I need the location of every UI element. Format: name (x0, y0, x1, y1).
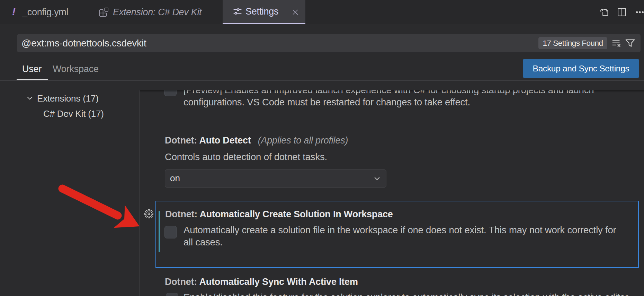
tab-workspace[interactable]: Workspace (53, 64, 99, 75)
editor-tab-bar: ! _config.yml Extension: C# Dev Kit Sett… (0, 0, 644, 24)
settings-header: @ext:ms-dotnettools.csdevkit 17 Settings… (0, 24, 644, 81)
toc-item-extensions[interactable]: Extensions (17) (0, 92, 139, 107)
setting-title-auto-sync: Dotnet: Automatically Sync With Active I… (165, 276, 358, 288)
settings-toc: Extensions (17) C# Dev Kit (17) (0, 81, 139, 296)
setting-name: Auto Detect (199, 135, 251, 146)
setting-title-auto-create-solution: Dotnet: Automatically Create Solution In… (165, 208, 393, 220)
setting-name: Automatically Create Solution In Workspa… (199, 209, 393, 219)
editor-actions (600, 0, 644, 24)
settings-found-badge: 17 Settings Found (538, 37, 607, 49)
auto-detect-select[interactable]: on (165, 169, 386, 188)
scroll-shadow (140, 90, 644, 93)
tab-user[interactable]: User (22, 64, 42, 75)
modified-indicator-bar (159, 211, 160, 252)
setting-description: Enable/disabled this feature for the sol… (184, 291, 634, 296)
setting-description: Controls auto detection of dotnet tasks. (165, 151, 327, 163)
setting-scope-note: (Applies to all profiles) (258, 135, 348, 146)
checkbox-auto-sync[interactable] (166, 293, 178, 296)
warning-exclamation-icon: ! (12, 6, 16, 17)
setting-description: Automatically create a solution file in … (184, 224, 634, 248)
tab-label: _config.yml (22, 7, 68, 18)
toc-item-label: C# Dev Kit (17) (43, 107, 104, 122)
chevron-down-icon (26, 94, 34, 102)
setting-name: Automatically Sync With Active Item (199, 277, 358, 287)
setting-title-auto-detect: Dotnet: Auto Detect(Applies to all profi… (165, 134, 348, 147)
setting-category: Dotnet: (165, 277, 199, 287)
more-actions-icon[interactable] (634, 7, 644, 17)
filter-icon[interactable] (625, 38, 635, 49)
close-icon[interactable] (292, 9, 299, 16)
backup-and-sync-settings-button[interactable]: Backup and Sync Settings (523, 59, 639, 78)
tab-config-yml[interactable]: ! _config.yml (0, 0, 90, 24)
search-query-text: @ext:ms-dotnettools.csdevkit (21, 34, 146, 52)
setting-description: [Preview] Enables an improved launch exp… (184, 90, 634, 108)
settings-search-input[interactable]: @ext:ms-dotnettools.csdevkit 17 Settings… (17, 34, 641, 52)
gear-icon[interactable] (144, 209, 153, 218)
toc-item-csdevkit[interactable]: C# Dev Kit (17) (0, 107, 139, 122)
chevron-down-icon (373, 174, 381, 183)
select-value: on (170, 170, 180, 187)
settings-list: [Preview] Enables an improved launch exp… (140, 90, 644, 296)
tab-label: Settings (245, 6, 278, 17)
clear-search-results-icon[interactable] (611, 38, 622, 49)
setting-category: Dotnet: (165, 135, 199, 146)
extensions-icon (99, 8, 108, 17)
toc-item-label: Extensions (17) (37, 92, 99, 107)
checkbox-auto-create-solution[interactable] (164, 226, 177, 238)
settings-sliders-icon (233, 7, 242, 16)
vscode-settings-window: ! _config.yml Extension: C# Dev Kit Sett… (0, 0, 644, 296)
open-settings-json-icon[interactable] (600, 7, 609, 17)
tab-settings[interactable]: Settings (223, 0, 305, 24)
tab-extension-csdevkit[interactable]: Extension: C# Dev Kit (90, 0, 223, 24)
split-editor-icon[interactable] (617, 7, 627, 17)
setting-category: Dotnet: (165, 209, 199, 219)
tab-label: Extension: C# Dev Kit (113, 7, 202, 18)
